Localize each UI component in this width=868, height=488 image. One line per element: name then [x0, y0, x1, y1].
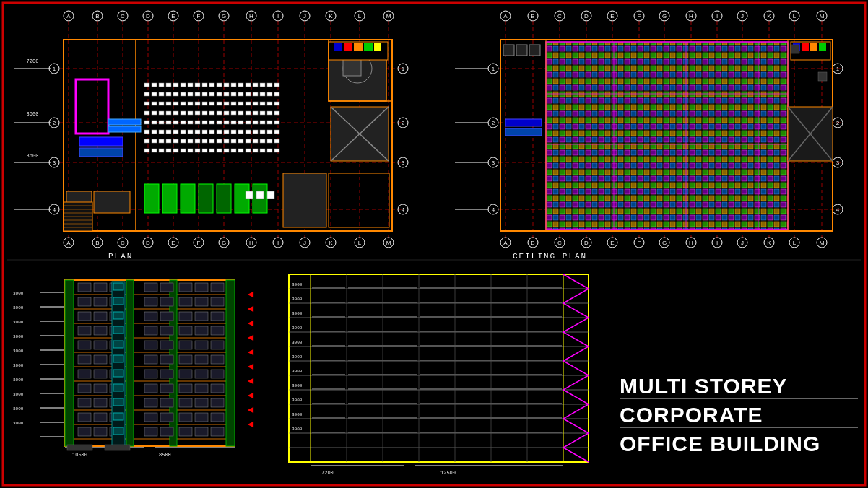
svg-rect-227: [238, 139, 243, 143]
svg-text:M: M: [820, 13, 825, 19]
svg-text:C: C: [557, 13, 562, 19]
svg-rect-516: [211, 384, 224, 393]
svg-rect-618: [348, 374, 417, 375]
svg-rect-264: [354, 43, 363, 51]
svg-rect-201: [188, 130, 193, 134]
svg-rect-107: [195, 83, 200, 87]
svg-rect-399: [505, 128, 542, 136]
svg-rect-454: [94, 283, 107, 292]
svg-rect-176: [144, 121, 149, 124]
svg-rect-528: [144, 413, 157, 422]
svg-rect-408: [819, 43, 826, 51]
svg-rect-620: [348, 403, 417, 404]
svg-text:K: K: [329, 240, 333, 246]
svg-text:F: F: [197, 13, 201, 19]
svg-rect-136: [267, 92, 272, 96]
svg-rect-481: [160, 326, 173, 335]
svg-rect-513: [160, 384, 173, 393]
svg-rect-456: [144, 283, 157, 292]
svg-rect-116: [260, 83, 265, 87]
svg-rect-505: [160, 370, 173, 378]
svg-rect-182: [188, 121, 193, 124]
svg-rect-449: [65, 280, 74, 446]
svg-rect-135: [260, 92, 265, 96]
svg-rect-239: [188, 149, 193, 152]
svg-rect-473: [160, 312, 173, 321]
svg-text:K: K: [767, 13, 771, 19]
svg-rect-143: [181, 102, 186, 105]
svg-rect-267: [283, 173, 326, 227]
svg-rect-453: [78, 283, 91, 292]
svg-rect-115: [253, 83, 258, 87]
svg-rect-629: [420, 374, 562, 375]
svg-rect-552: [113, 427, 123, 435]
svg-rect-100: [144, 83, 149, 87]
svg-text:◄: ◄: [246, 389, 256, 401]
svg-rect-197: [159, 130, 164, 134]
svg-rect-532: [211, 413, 224, 422]
svg-text:F: F: [638, 13, 641, 19]
svg-text:A: A: [503, 13, 508, 19]
svg-text:J: J: [303, 240, 306, 246]
svg-text:7200: 7200: [321, 470, 334, 476]
svg-text:L: L: [358, 13, 362, 19]
svg-rect-526: [94, 413, 107, 422]
svg-rect-177: [152, 121, 157, 124]
svg-rect-235: [159, 149, 164, 152]
svg-rect-515: [195, 384, 208, 393]
title-line1: MULTI STOREY: [620, 374, 788, 398]
svg-rect-611: [312, 432, 345, 433]
svg-rect-142: [173, 102, 178, 105]
svg-text:H: H: [689, 240, 693, 246]
svg-rect-208: [238, 130, 243, 134]
svg-rect-548: [113, 370, 123, 377]
svg-rect-233: [144, 149, 149, 152]
svg-rect-114: [246, 83, 251, 87]
title-line2: CORPORATE: [620, 403, 763, 427]
svg-text:A: A: [503, 240, 508, 246]
svg-rect-146: [202, 102, 207, 105]
svg-rect-128: [209, 92, 214, 96]
svg-rect-153: [253, 102, 258, 105]
svg-rect-168: [224, 111, 229, 115]
svg-rect-266: [374, 43, 381, 51]
svg-rect-149: [224, 102, 229, 105]
svg-rect-132: [238, 92, 243, 96]
svg-rect-125: [188, 92, 193, 96]
svg-rect-130: [224, 92, 229, 96]
svg-rect-236: [166, 149, 171, 152]
svg-rect-220: [188, 139, 193, 143]
svg-text:◄: ◄: [246, 404, 256, 415]
svg-text:H: H: [249, 240, 253, 246]
svg-rect-614: [348, 316, 417, 318]
svg-text:E: E: [610, 240, 614, 246]
svg-text:G: G: [222, 13, 226, 19]
svg-rect-141: [166, 102, 171, 105]
svg-text:D: D: [584, 13, 589, 19]
svg-rect-412: [791, 45, 799, 53]
svg-text:◄: ◄: [246, 302, 256, 314]
svg-rect-215: [152, 139, 157, 143]
svg-rect-534: [94, 427, 107, 436]
svg-rect-188: [231, 121, 236, 124]
svg-rect-622: [348, 432, 417, 433]
svg-text:8500: 8500: [159, 452, 171, 458]
svg-rect-200: [181, 130, 186, 134]
svg-rect-122: [166, 92, 171, 96]
svg-text:D: D: [146, 13, 150, 19]
svg-rect-512: [144, 384, 157, 393]
svg-text:K: K: [329, 13, 333, 19]
svg-rect-250: [267, 149, 272, 152]
svg-text:E: E: [171, 240, 175, 246]
svg-text:1: 1: [492, 66, 495, 72]
svg-text:B: B: [95, 13, 99, 19]
svg-text:L: L: [793, 13, 797, 19]
svg-rect-246: [238, 149, 243, 152]
svg-rect-461: [78, 297, 91, 306]
svg-text:1: 1: [836, 66, 840, 72]
svg-rect-466: [179, 297, 192, 306]
svg-rect-547: [113, 355, 123, 362]
svg-rect-627: [420, 345, 562, 347]
svg-rect-223: [209, 139, 214, 143]
svg-text:3000: 3000: [292, 398, 303, 403]
